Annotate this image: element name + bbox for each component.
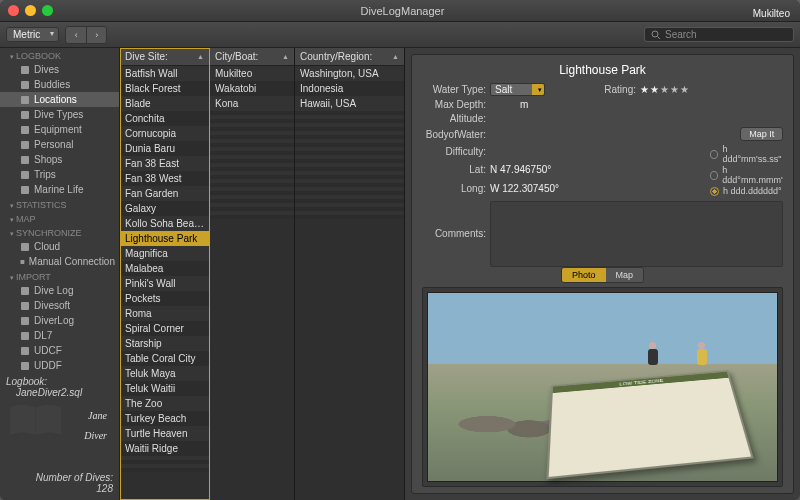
sidebar-section-import[interactable]: IMPORT [0,269,119,283]
svg-rect-12 [20,260,24,264]
sidebar-item-equipment[interactable]: Equipment [0,122,119,137]
list-item[interactable]: Conchita [120,111,209,126]
list-item[interactable]: Dunia Baru [120,141,209,156]
sidebar-item-personal[interactable]: Personal [0,137,119,152]
sidebar-item-locations[interactable]: Locations [0,92,119,107]
list-item[interactable]: Roma [120,306,209,321]
coord-format-option[interactable]: h ddd°mm'ss.ss" [710,144,783,164]
list-item[interactable]: Fan Garden [120,186,209,201]
list-item[interactable]: Galaxy [120,201,209,216]
coord-format-option[interactable]: h ddd.dddddd° [710,186,783,196]
map-it-button[interactable]: Map It [740,127,783,141]
nav-forward-button[interactable]: › [86,27,106,43]
sidebar-section-logbook[interactable]: LOGBOOK [0,48,119,62]
tab-map[interactable]: Map [606,268,644,282]
logbook-label: Logbook: [6,376,113,387]
tab-photo[interactable]: Photo [562,268,606,282]
svg-rect-7 [21,141,29,149]
label-comments: Comments: [422,228,490,239]
photo-thumbnail[interactable]: LOW TIDE ZONE [427,292,778,482]
list-item[interactable]: Hawaii, USA [295,96,404,111]
list-item[interactable]: Kona [210,96,294,111]
list-item[interactable]: Batfish Wall [120,66,209,81]
sidebar-item-marine-life[interactable]: Marine Life [0,182,119,197]
list-item[interactable]: Indonesia [295,81,404,96]
list-item[interactable]: Magnifica [120,246,209,261]
sidebar-section-statistics[interactable]: STATISTICS [0,197,119,211]
units-select[interactable]: Metric [6,27,59,42]
column-dive-site: Dive Site:▲ Batfish WallBlack ForestBlad… [120,48,210,500]
list-item[interactable]: Starship [120,336,209,351]
search-input[interactable]: Search [644,27,794,42]
sidebar-item-dives[interactable]: Dives [0,62,119,77]
list-item[interactable]: Teluk Maya [120,366,209,381]
svg-rect-2 [21,66,29,74]
sidebar-item-trips[interactable]: Trips [0,167,119,182]
sidebar-item-shops[interactable]: Shops [0,152,119,167]
list-item[interactable]: Turkey Beach [120,411,209,426]
sidebar-item-diverlog[interactable]: DiverLog [0,313,119,328]
list-item[interactable]: Lighthouse Park [120,231,209,246]
svg-point-0 [652,31,658,37]
label-long: Long: [422,183,490,194]
list-item[interactable]: The Zoo [120,396,209,411]
search-placeholder: Search [665,29,697,40]
nav-back-button[interactable]: ‹ [66,27,86,43]
window-title: DiveLogManager [53,5,752,17]
rating-stars[interactable]: ★★★★★ [640,84,710,95]
sidebar-item-manual-connection[interactable]: Manual Connection [0,254,119,269]
svg-rect-17 [21,347,29,355]
list-item[interactable]: Pockets [120,291,209,306]
svg-rect-16 [21,332,29,340]
list-item[interactable]: Fan 38 East [120,156,209,171]
svg-rect-5 [21,111,29,119]
sidebar-section-synchronize[interactable]: SYNCHRONIZE [0,225,119,239]
list-item[interactable]: Washington, USA [295,66,404,81]
close-icon[interactable] [8,5,19,16]
list-item[interactable]: Fan 38 West [120,171,209,186]
minimize-icon[interactable] [25,5,36,16]
sidebar-item-cloud[interactable]: Cloud [0,239,119,254]
column-header-city[interactable]: City/Boat:▲ [210,48,294,66]
list-item[interactable]: Pinki's Wall [120,276,209,291]
column-header-country[interactable]: Country/Region:▲ [295,48,404,66]
list-item[interactable]: Black Forest [120,81,209,96]
label-rating: Rating: [590,84,640,95]
list-item[interactable]: Kollo Soha Beach [120,216,209,231]
lists-panel: Dive Site:▲ Batfish WallBlack ForestBlad… [120,48,405,500]
sign-title: LOW TIDE ZONE [553,372,729,393]
list-item[interactable]: Waitii Ridge [120,441,209,456]
svg-rect-15 [21,317,29,325]
label-max-depth: Max Depth: [422,99,490,110]
photo-map-tabs: Photo Map [561,267,644,283]
svg-rect-18 [21,362,29,370]
water-type-select[interactable]: Salt▾ [490,83,545,96]
list-item[interactable]: Cornucopia [120,126,209,141]
list-item-empty [295,215,404,219]
svg-rect-9 [21,171,29,179]
list-item[interactable]: Spiral Corner [120,321,209,336]
sidebar-item-uddf[interactable]: UDDF [0,358,119,370]
sidebar-item-udcf[interactable]: UDCF [0,343,119,358]
svg-line-1 [658,36,661,39]
sidebar-section-map[interactable]: MAP [0,211,119,225]
zoom-icon[interactable] [42,5,53,16]
list-item[interactable]: Table Coral City [120,351,209,366]
svg-rect-4 [21,96,29,104]
sidebar-item-buddies[interactable]: Buddies [0,77,119,92]
list-item[interactable]: Malabea [120,261,209,276]
list-item[interactable]: Blade [120,96,209,111]
list-item[interactable]: Teluk Waitii [120,381,209,396]
list-item[interactable]: Wakatobi [210,81,294,96]
sidebar-item-dive-types[interactable]: Dive Types [0,107,119,122]
list-item[interactable]: Turtle Heaven [120,426,209,441]
label-difficulty: Difficulty: [422,146,490,157]
sidebar-item-divesoft[interactable]: Divesoft [0,298,119,313]
sidebar-item-dive-log[interactable]: Dive Log [0,283,119,298]
list-item[interactable]: Mukilteo [210,66,294,81]
logbook-file: JaneDiver2.sql [6,387,113,398]
coord-format-option[interactable]: h ddd°mm.mmm' [710,165,783,185]
comments-input[interactable] [490,201,783,267]
column-header-site[interactable]: Dive Site:▲ [120,48,209,66]
sidebar-item-dl7[interactable]: DL7 [0,328,119,343]
